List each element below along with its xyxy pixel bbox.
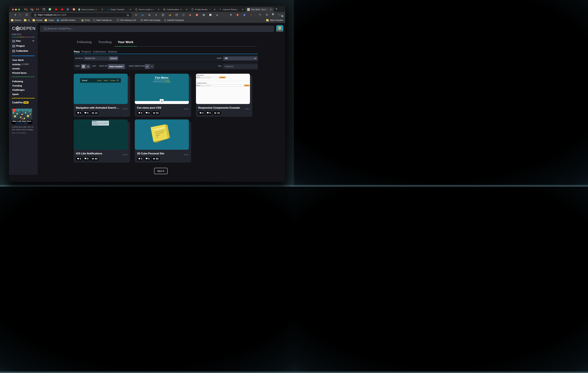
svg-text:t: t (67, 9, 68, 10)
svg-text:N: N (210, 14, 211, 16)
svg-text:t: t (68, 9, 69, 10)
svg-text:St: St (22, 118, 23, 120)
svg-text:TD: TD (73, 9, 74, 10)
svg-text:Adobe: Adobe (13, 111, 15, 112)
svg-text:ax: ax (142, 15, 143, 16)
svg-text:dotCMS: dotCMS (57, 20, 59, 21)
svg-text:1: 1 (50, 8, 51, 9)
svg-text:<>: <> (250, 14, 252, 16)
svg-text:R: R (216, 14, 218, 16)
svg-text:Z: Z (244, 14, 245, 16)
svg-text:Get 10 free images ›: Get 10 free images › (15, 122, 29, 124)
svg-text:i: i (183, 14, 183, 16)
svg-text:C: C (135, 14, 136, 16)
svg-text:</>: </> (203, 14, 205, 16)
svg-text:Make it with Adobe Stock.: Make it with Adobe Stock. (12, 120, 32, 122)
